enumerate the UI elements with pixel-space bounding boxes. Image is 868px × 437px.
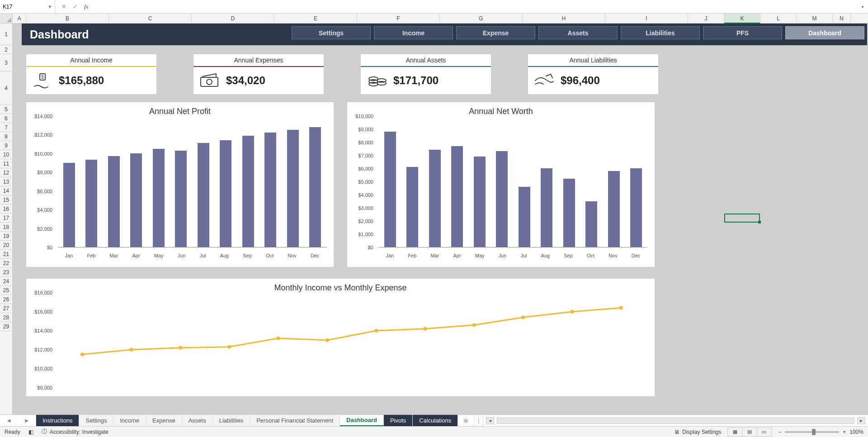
nav-button-income[interactable]: Income	[374, 26, 453, 39]
nav-button-assets[interactable]: Assets	[538, 26, 618, 39]
column-header-M[interactable]: M	[797, 14, 833, 23]
nav-button-settings[interactable]: Settings	[292, 26, 371, 39]
view-normal-icon[interactable]: ▦	[728, 428, 742, 436]
formula-input[interactable]	[94, 0, 857, 13]
display-settings-label[interactable]: Display Settings	[682, 429, 721, 435]
nav-button-dashboard[interactable]: Dashboard	[785, 26, 864, 39]
zoom-slider[interactable]	[785, 431, 839, 433]
column-header-K[interactable]: K	[724, 14, 760, 23]
name-box-input[interactable]	[3, 4, 43, 10]
scroll-track[interactable]	[497, 418, 854, 424]
sheet-tab-liabilities[interactable]: Liabilities	[213, 415, 250, 426]
row-header-29[interactable]: 29	[0, 322, 12, 331]
sheet-tab-assets[interactable]: Assets	[182, 415, 213, 426]
row-header-10[interactable]: 10	[0, 150, 12, 159]
row-header-3[interactable]: 3	[0, 54, 12, 71]
zoom-level[interactable]: 100%	[849, 429, 863, 435]
column-header-E[interactable]: E	[274, 14, 357, 23]
row-header-26[interactable]: 26	[0, 295, 12, 304]
x-label: Aug	[541, 253, 550, 258]
row-header-18[interactable]: 18	[0, 223, 12, 232]
column-header-I[interactable]: I	[605, 14, 688, 23]
accessibility-status[interactable]: Accessibility: Investigate	[50, 429, 108, 435]
row-header-16[interactable]: 16	[0, 204, 12, 214]
row-header-7[interactable]: 7	[0, 123, 12, 132]
row-header-21[interactable]: 21	[0, 250, 12, 259]
view-page-break-icon[interactable]: ▭	[757, 428, 771, 436]
column-header-A[interactable]: A	[13, 14, 26, 23]
row-header-6[interactable]: 6	[0, 114, 12, 123]
row-header-20[interactable]: 20	[0, 241, 12, 250]
column-header-B[interactable]: B	[26, 14, 109, 23]
column-header-C[interactable]: C	[109, 14, 192, 23]
sheet-tab-pivots[interactable]: Pivots	[384, 415, 413, 426]
row-header-25[interactable]: 25	[0, 286, 12, 295]
zoom-out-icon[interactable]: −	[778, 429, 781, 435]
row-header-11[interactable]: 11	[0, 159, 12, 168]
column-header-J[interactable]: J	[688, 14, 724, 23]
y-tick: $2,000	[37, 226, 52, 232]
row-header-17[interactable]: 17	[0, 214, 12, 223]
nav-button-pfs[interactable]: PFS	[703, 26, 782, 39]
row-header-5[interactable]: 5	[0, 105, 12, 114]
kpi-title: Annual Expenses	[193, 54, 324, 67]
row-header-12[interactable]: 12	[0, 168, 12, 177]
tab-nav-arrows[interactable]: ◄ ►	[0, 415, 36, 426]
view-page-layout-icon[interactable]: ▤	[742, 428, 757, 436]
row-header-4[interactable]: 4	[0, 71, 12, 105]
bar-sep	[563, 179, 575, 247]
row-header-2[interactable]: 2	[0, 45, 12, 54]
sheet-tab-personal-financial-statement[interactable]: Personal Financial Statement	[250, 415, 340, 426]
row-header-15[interactable]: 15	[0, 195, 12, 204]
sheet-tab-instructions[interactable]: Instructions	[36, 415, 79, 426]
new-sheet-button[interactable]: ⊕	[458, 415, 474, 426]
column-header-H[interactable]: H	[523, 14, 605, 23]
expand-formula-bar-icon[interactable]: ▾	[857, 5, 868, 9]
column-header-L[interactable]: L	[760, 14, 797, 23]
row-header-19[interactable]: 19	[0, 232, 12, 241]
accessibility-check-icon[interactable]: ⓘ	[42, 428, 47, 436]
sheet-tab-calculations[interactable]: Calculations	[413, 415, 458, 426]
row-header-9[interactable]: 9	[0, 141, 12, 150]
column-header-G[interactable]: G	[440, 14, 523, 23]
nav-button-expense[interactable]: Expense	[456, 26, 535, 39]
zoom-in-icon[interactable]: +	[843, 429, 846, 435]
column-header-D[interactable]: D	[192, 14, 274, 23]
name-box[interactable]: ▼	[0, 0, 55, 13]
row-header-13[interactable]: 13	[0, 177, 12, 186]
tab-first-icon[interactable]: ◄	[6, 417, 12, 424]
nav-button-liabilities[interactable]: Liabilities	[621, 26, 700, 39]
row-header-28[interactable]: 28	[0, 313, 12, 322]
row-header-8[interactable]: 8	[0, 132, 12, 141]
macro-record-icon[interactable]: ◧	[28, 429, 33, 435]
sheet-tab-expense[interactable]: Expense	[146, 415, 182, 426]
sheet-tab-dashboard[interactable]: Dashboard	[340, 415, 384, 426]
status-bar: Ready ◧ ⓘ Accessibility: Investigate 🖥 D…	[0, 426, 868, 437]
sheet-tab-settings[interactable]: Settings	[79, 415, 113, 426]
row-header-24[interactable]: 24	[0, 277, 12, 286]
display-settings-icon[interactable]: 🖥	[674, 429, 679, 435]
insert-function-icon[interactable]: fx	[84, 3, 88, 10]
row-header-27[interactable]: 27	[0, 304, 12, 313]
sheet-tab-income[interactable]: Income	[113, 415, 146, 426]
chart-income-vs-expense[interactable]: Monthly Income vs Monthly Expense $18,00…	[26, 279, 655, 396]
tab-split-icon[interactable]: ⋮	[474, 415, 483, 426]
scroll-left-icon[interactable]: ◄	[486, 417, 494, 424]
column-header-F[interactable]: F	[357, 14, 440, 23]
row-header-22[interactable]: 22	[0, 259, 12, 268]
tab-prev-icon[interactable]: ►	[24, 417, 30, 424]
scroll-right-icon[interactable]: ►	[857, 417, 865, 424]
name-box-dropdown-icon[interactable]: ▼	[48, 5, 52, 9]
select-all-button[interactable]	[0, 14, 13, 23]
row-header-1[interactable]: 1	[0, 24, 12, 45]
svg-point-14	[326, 338, 329, 342]
row-header-23[interactable]: 23	[0, 268, 12, 277]
worksheet-grid[interactable]: Dashboard SettingsIncomeExpenseAssetsLia…	[13, 24, 868, 414]
horizontal-scrollbar[interactable]: ◄ ►	[483, 415, 868, 426]
column-header-N[interactable]: N	[833, 14, 851, 23]
x-label: Jul	[520, 253, 527, 258]
chart-annual-net-profit[interactable]: Annual Net Profit $14,000$12,000$10,000$…	[26, 102, 334, 267]
liab-icon	[528, 71, 561, 90]
row-header-14[interactable]: 14	[0, 186, 12, 195]
chart-annual-net-worth[interactable]: Annual Net Worth $10,000$9,000$8,000$7,0…	[347, 102, 655, 267]
